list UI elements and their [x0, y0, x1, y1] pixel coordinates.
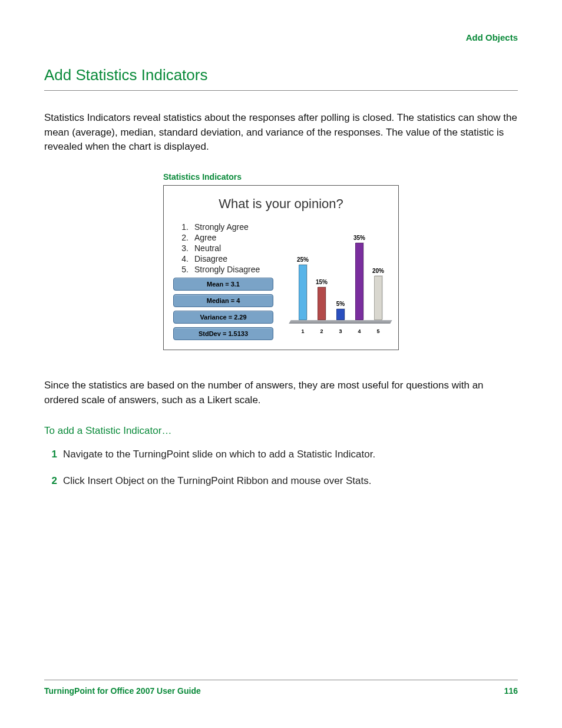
- footer: TurningPoint for Office 2007 User Guide …: [44, 680, 518, 696]
- bar: [318, 287, 326, 320]
- step-1: 1 Navigate to the TurningPoint slide on …: [44, 447, 518, 462]
- list-item: 4.Disagree: [176, 254, 290, 263]
- footer-left: TurningPoint for Office 2007 User Guide: [44, 686, 201, 696]
- figure: Statistics Indicators What is your opini…: [163, 172, 399, 350]
- bar: [374, 276, 382, 320]
- step-2: 2 Click Insert Object on the TurningPoin…: [44, 474, 518, 489]
- chart-base: [289, 320, 392, 324]
- bar-3: 5%: [331, 301, 350, 320]
- intro-paragraph: Statistics Indicators reveal statistics …: [44, 111, 518, 154]
- step-number: 1: [44, 447, 57, 462]
- bar-label: 25%: [297, 256, 309, 263]
- list-item: 3.Neutral: [176, 243, 290, 253]
- bar: [355, 243, 363, 320]
- page: Add Objects Add Statistics Indicators St…: [0, 0, 562, 728]
- x-tick: 5: [376, 328, 379, 334]
- list-item: 1.Strongly Agree: [176, 222, 290, 232]
- stat-pill-median: Median = 4: [173, 294, 273, 307]
- bar-5: 20%: [369, 268, 388, 320]
- answer-list: 1.Strongly Agree 2.Agree 3.Neutral 4.Dis…: [176, 222, 290, 274]
- bar-1: 25%: [293, 256, 312, 320]
- step-number: 2: [44, 474, 57, 489]
- paragraph-2: Since the statistics are based on the nu…: [44, 378, 518, 407]
- bar-label: 20%: [372, 268, 384, 274]
- step-text: Navigate to the TurningPoint slide on wh…: [63, 447, 375, 462]
- breadcrumb: Add Objects: [44, 32, 518, 42]
- bar-chart: 25%15%5%35%20% 12345: [290, 222, 391, 334]
- bar-4: 35%: [350, 235, 369, 320]
- stat-pill-variance: Variance = 2.29: [173, 311, 273, 324]
- stat-pill-mean: Mean = 3.1: [173, 278, 273, 291]
- x-tick: 3: [339, 328, 342, 334]
- bar: [336, 309, 345, 320]
- footer-page-number: 116: [504, 686, 518, 696]
- x-tick: 1: [301, 328, 304, 334]
- figure-left-column: 1.Strongly Agree 2.Agree 3.Neutral 4.Dis…: [171, 222, 290, 340]
- list-item: 2.Agree: [176, 233, 290, 242]
- figure-caption: Statistics Indicators: [163, 172, 399, 182]
- x-tick: 2: [320, 328, 323, 334]
- figure-right-column: 25%15%5%35%20% 12345: [290, 222, 391, 334]
- bar-label: 15%: [316, 279, 328, 285]
- x-tick: 4: [358, 328, 361, 334]
- list-item: 5.Strongly Disagree: [176, 265, 290, 274]
- figure-title: What is your opinion?: [171, 196, 391, 212]
- step-text: Click Insert Object on the TurningPoint …: [63, 474, 372, 489]
- bar: [299, 265, 307, 320]
- bar-2: 15%: [312, 279, 331, 320]
- stat-pill-stddev: StdDev = 1.5133: [173, 327, 273, 340]
- bar-label: 5%: [336, 301, 345, 307]
- sub-heading: To add a Statistic Indicator…: [44, 425, 518, 437]
- bar-label: 35%: [353, 235, 365, 241]
- section-title: Add Statistics Indicators: [44, 66, 518, 91]
- figure-box: What is your opinion? 1.Strongly Agree 2…: [163, 185, 399, 350]
